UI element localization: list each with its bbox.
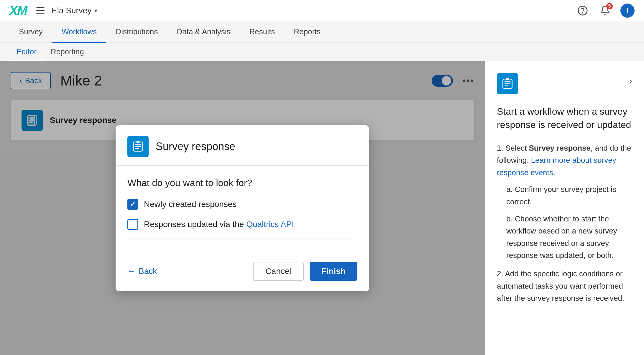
survey-name-dropdown[interactable]: Ela Survey ▾ [52, 6, 97, 15]
modal-header: Survey response [116, 125, 369, 166]
main-nav: Survey Workflows Distributions Data & An… [0, 21, 644, 42]
modal-overlay: Survey response What do you want to look… [0, 61, 485, 355]
nav-item-survey[interactable]: Survey [9, 22, 52, 43]
instruction-sub-b: b. Choose whether to start the workflow … [497, 213, 632, 262]
hamburger-button[interactable] [36, 7, 45, 14]
right-panel-header: › [497, 73, 632, 94]
sub-nav-editor[interactable]: Editor [9, 43, 44, 62]
back-arrow-icon: ← [127, 267, 136, 276]
instruction-list: 1. Select Survey response, and do the fo… [497, 142, 632, 305]
sub-nav: Editor Reporting [0, 42, 644, 61]
sub-nav-reporting[interactable]: Reporting [44, 43, 91, 62]
xm-logo: XM [9, 4, 27, 18]
right-panel-icon [497, 73, 518, 94]
modal-body: What do you want to look for? Newly crea… [116, 166, 369, 262]
instruction-item-1: 1. Select Survey response, and do the fo… [497, 142, 632, 262]
right-panel: › Start a workflow when a survey respons… [485, 61, 644, 355]
cancel-button[interactable]: Cancel [253, 262, 303, 281]
right-panel-title: Start a workflow when a survey response … [497, 105, 632, 132]
checkbox-newly-created[interactable] [127, 199, 138, 210]
modal: Survey response What do you want to look… [116, 125, 369, 291]
modal-back-button[interactable]: ← Back [127, 267, 157, 276]
footer-right-buttons: Cancel Finish [253, 262, 357, 281]
top-bar: XM Ela Survey ▾ 5 I [0, 0, 644, 21]
nav-item-data-analysis[interactable]: Data & Analysis [167, 22, 240, 43]
notification-badge: 5 [606, 3, 613, 9]
modal-question: What do you want to look for? [127, 178, 357, 188]
modal-divider [127, 239, 357, 239]
left-panel: ‹ Back Mike 2 ••• Survey respo [0, 61, 485, 355]
svg-rect-11 [137, 141, 140, 143]
checkbox-item-responses-updated[interactable]: Responses updated via the Qualtrics API [127, 219, 357, 230]
notification-wrapper: 5 [598, 4, 612, 18]
nav-item-workflows[interactable]: Workflows [52, 22, 106, 43]
chevron-down-icon: ▾ [94, 7, 97, 14]
content-area: ‹ Back Mike 2 ••• Survey respo [0, 61, 644, 355]
modal-title: Survey response [156, 140, 235, 153]
xm-logo-text: XM [9, 4, 27, 18]
top-bar-actions: 5 I [576, 4, 635, 18]
learn-more-link[interactable]: Learn more about survey response events. [497, 156, 616, 177]
survey-name-label: Ela Survey [52, 6, 91, 15]
user-avatar[interactable]: I [620, 4, 635, 18]
modal-footer: ← Back Cancel Finish [116, 262, 369, 291]
finish-button[interactable]: Finish [310, 262, 357, 281]
checkbox-label-newly-created: Newly created responses [144, 200, 236, 209]
checkbox-label-responses-updated: Responses updated via the Qualtrics API [144, 220, 294, 229]
checkbox-responses-updated[interactable] [127, 219, 138, 230]
right-panel-expand-icon[interactable]: › [629, 75, 632, 86]
help-button[interactable] [576, 4, 590, 18]
instruction-number-1: 1. Select Survey response, and do the fo… [497, 144, 631, 177]
nav-item-distributions[interactable]: Distributions [106, 22, 167, 43]
nav-item-reports[interactable]: Reports [284, 22, 330, 43]
instruction-sub-a: a. Confirm your survey project is correc… [497, 183, 632, 208]
qualtrics-api-link[interactable]: Qualtrics API [246, 220, 294, 229]
nav-item-results[interactable]: Results [240, 22, 285, 43]
modal-header-icon [127, 136, 149, 157]
checkbox-item-newly-created[interactable]: Newly created responses [127, 199, 357, 210]
instruction-item-2: 2. Add the specific logic conditions or … [497, 268, 632, 305]
svg-rect-16 [506, 78, 509, 80]
